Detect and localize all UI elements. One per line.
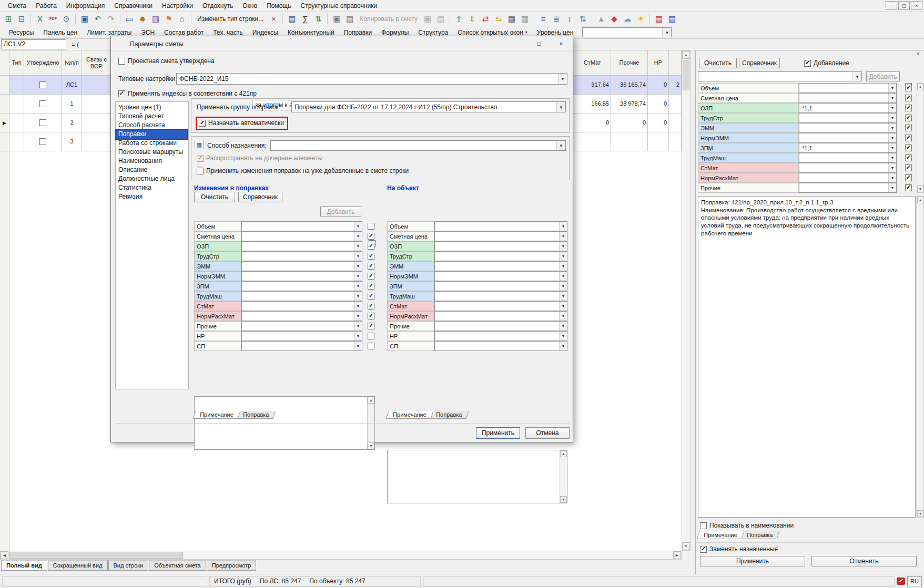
auto-assign-checkbox[interactable]: Назначать автоматически [199,119,284,127]
database-blue-icon[interactable]: ▤ [666,13,678,25]
tab-note[interactable]: Примечание [697,531,745,539]
save-icon[interactable]: ▣ [78,13,91,25]
param-value-combo[interactable] [434,221,567,231]
param-value-combo[interactable] [434,311,567,321]
show-in-name-checkbox[interactable]: Показывать в наименовании [700,522,794,529]
table-cell[interactable] [611,132,648,151]
table-cell[interactable] [24,114,62,132]
view-tab[interactable]: Сокращенный вид [48,560,108,571]
param-checkbox[interactable] [368,303,374,310]
scroll-up-icon[interactable] [368,397,374,404]
table-cell[interactable]: 36 165,74 [611,76,648,95]
view-tab[interactable]: Объектная смета [149,560,206,571]
tab-correction[interactable]: Поправка [429,411,469,419]
correction-checkbox[interactable] [905,115,912,121]
param-value-combo[interactable] [434,301,567,311]
param-value-combo[interactable] [241,231,362,241]
report-icon[interactable]: ▥ [149,13,162,25]
paste-to-estimate-icon[interactable]: ▤ [434,13,447,25]
maximize-button[interactable]: ▢ [898,1,910,10]
relax-car-icon[interactable]: ◆ [608,13,621,25]
dialog-nav-item[interactable]: Поисковые маршруты [116,148,188,157]
scroll-thumb[interactable] [9,552,183,559]
copy-to-estimate-icon[interactable]: ▣ [421,13,434,25]
param-value-combo[interactable] [434,341,567,351]
correction-checkbox[interactable] [905,145,912,151]
param-value-combo[interactable] [241,271,362,281]
relax-sun-icon[interactable]: ☀ [634,13,647,25]
project-approved-checkbox[interactable]: Проектная смета утверждена [118,57,215,65]
show-in-name-checkbox-box[interactable] [700,522,707,529]
correction-checkbox[interactable] [905,184,912,191]
scroll-down-icon[interactable] [560,496,567,503]
param-checkbox[interactable] [368,283,374,290]
table-cell[interactable] [0,76,9,95]
menu-item[interactable]: Справочники [109,1,157,11]
param-value-combo[interactable] [434,261,567,271]
table-cell[interactable]: 2 [669,76,682,95]
table-cell[interactable] [0,132,9,151]
param-value-combo[interactable] [241,301,362,311]
dialog-nav-item[interactable]: Работа со строками [116,139,188,148]
change-row-type-button[interactable]: Изменить тип строки... [194,14,267,24]
table-cell[interactable] [9,132,24,151]
table-cell[interactable] [82,114,111,132]
main-horizontal-scrollbar[interactable] [0,551,682,560]
table-cell[interactable] [82,76,111,95]
table-cell[interactable] [82,132,111,151]
relax-mountain-icon[interactable]: ▲ [595,13,607,25]
insert-row-below-icon[interactable]: ⇩ [466,13,479,25]
menu-item[interactable]: Помощь [262,1,296,11]
param-value-combo[interactable] [434,241,567,251]
view-tab[interactable]: Предпросмотр [207,560,257,571]
assign-method-icon[interactable]: ▦ [195,140,204,149]
param-value-combo[interactable] [241,341,362,351]
param-value-combo[interactable] [241,281,362,291]
tab-correction[interactable]: Поправка [739,531,779,539]
replace-assigned-checkbox-box[interactable] [700,546,707,553]
tab-note[interactable]: Примечание [193,411,241,419]
param-checkbox[interactable] [368,253,374,260]
panel-tab[interactable]: Панель цен [38,28,82,37]
dialog-close-button[interactable]: × [554,38,568,49]
collapse-structure-icon[interactable]: ⊟ [15,13,28,25]
param-checkbox[interactable] [368,243,374,250]
param-value-combo[interactable] [434,281,567,291]
panel-apply-button[interactable]: Применить [700,556,805,566]
swap-rows-icon[interactable]: ⇄ [479,13,492,25]
correction-checkbox[interactable] [905,174,912,181]
apply-existing-checkbox[interactable]: Применить изменения поправок на уже доба… [197,167,409,174]
edit-grid-icon[interactable]: ▦ [505,13,518,25]
table-cell[interactable] [9,76,24,95]
dialog-nav-item[interactable]: Наименования [116,157,188,166]
dialog-nav-item[interactable]: Типовой расчет [116,112,188,121]
dialog-titlebar[interactable]: Параметры сметы □ × [111,36,573,52]
panel-note-scrollbar[interactable] [917,196,924,518]
param-value-combo[interactable] [241,241,362,251]
approved-checkbox[interactable] [39,119,46,126]
table-cell[interactable]: 0 [648,95,669,114]
param-checkbox[interactable] [368,273,374,280]
table-cell[interactable] [669,114,682,132]
estimate-window-icon[interactable]: ▭ [123,13,136,25]
sum-icon[interactable]: ∑ [299,13,311,25]
scroll-thumb[interactable] [683,60,689,90]
cell-reference-input[interactable]: ЛС1.V2 [1,39,66,49]
flags-icon[interactable]: ⚑ [163,13,175,25]
param-value-combo[interactable] [241,311,362,321]
close-button[interactable]: × [911,1,922,10]
row-number-cell[interactable]: 1 [62,95,82,114]
scroll-up-icon[interactable] [917,197,923,203]
price-level-combo[interactable] [582,27,672,37]
table-cell[interactable] [669,132,682,151]
dialog-clear-button[interactable]: Очистить [194,192,235,202]
row-number-cell[interactable]: 2 [62,114,82,132]
param-value-combo[interactable] [434,321,567,331]
panel-clear-button[interactable]: Очистить [699,58,737,68]
note-scrollbar[interactable] [560,450,567,503]
table-cell[interactable] [24,132,62,151]
table-cell[interactable] [24,95,62,114]
correction-checkbox[interactable] [905,105,912,111]
menu-item[interactable]: Структурные справочники [296,1,382,11]
table-cell[interactable] [574,132,611,151]
